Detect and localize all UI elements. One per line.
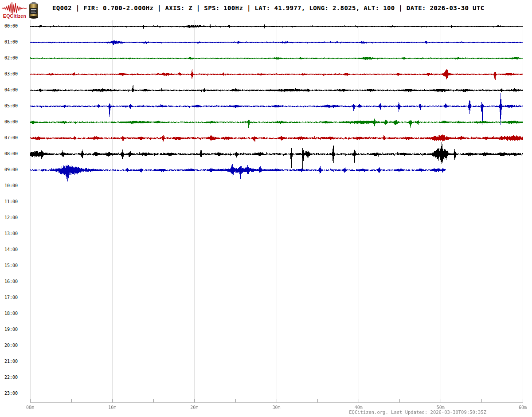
minute-label: 00m — [20, 405, 40, 410]
helicorder-plot-canvas — [0, 0, 532, 417]
minute-label: 60m — [513, 405, 532, 410]
minute-label: 10m — [102, 405, 122, 410]
footer-last-updated: EQCitizen.org. Last Updated: 2026-03-30T… — [349, 409, 486, 415]
minute-label: 30m — [267, 405, 286, 410]
minute-label: 20m — [184, 405, 204, 410]
helicorder-page: EQCitizen EQ002 | FIR: 0.700-2.000Hz | A… — [0, 0, 532, 417]
